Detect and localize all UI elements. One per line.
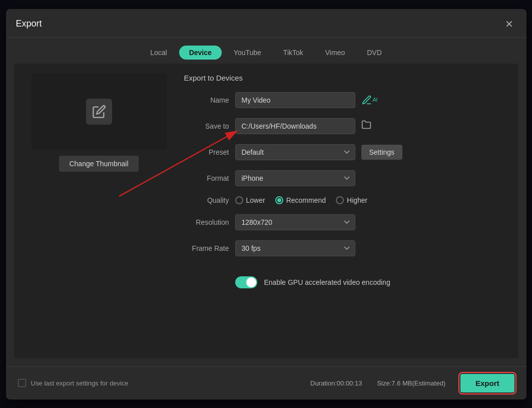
quality-recommend-label: Recommend (286, 196, 326, 204)
ai-button[interactable]: AI (361, 95, 377, 106)
name-input[interactable] (235, 92, 355, 108)
main-content: Change Thumbnail Export to Devices Name … (14, 64, 518, 358)
quality-higher-radio[interactable] (336, 196, 344, 204)
quality-label: Quality (184, 196, 229, 204)
save-to-label: Save to (184, 122, 229, 130)
thumbnail-preview (32, 74, 167, 150)
close-button[interactable]: ✕ (502, 17, 516, 31)
tab-tiktok[interactable]: TikTok (273, 46, 313, 60)
right-panel: Export to Devices Name AI Save t (184, 74, 508, 348)
size-text: Size:7.6 MB(Estimated) (377, 379, 445, 387)
format-label: Format (184, 174, 229, 182)
dialog-header: Export ✕ (6, 9, 526, 38)
tab-device[interactable]: Device (179, 46, 222, 60)
folder-button[interactable] (361, 120, 371, 132)
quality-higher-label: Higher (347, 196, 367, 204)
settings-button[interactable]: Settings (361, 145, 403, 160)
frame-rate-row: Frame Rate 30 fps (184, 240, 508, 256)
export-button[interactable]: Export (460, 374, 514, 392)
name-label: Name (184, 96, 229, 104)
gpu-label: Enable GPU accelerated video encoding (264, 278, 390, 286)
save-to-row: Save to (184, 118, 508, 134)
change-thumbnail-button[interactable]: Change Thumbnail (59, 156, 138, 172)
left-panel: Change Thumbnail (24, 74, 174, 348)
last-settings-label: Use last export settings for device (31, 379, 129, 387)
duration-text: Duration:00:00:13 (310, 379, 362, 387)
dialog-footer: Use last export settings for device Dura… (6, 366, 526, 399)
tab-youtube[interactable]: YouTube (224, 46, 271, 60)
preset-row: Preset Default Settings (184, 144, 508, 160)
tab-local[interactable]: Local (140, 46, 177, 60)
frame-rate-label: Frame Rate (184, 244, 229, 252)
toggle-knob (246, 277, 256, 287)
dialog-title: Export (16, 19, 42, 29)
quality-recommend-option[interactable]: Recommend (275, 196, 326, 204)
resolution-select[interactable]: 1280x720 (235, 214, 355, 230)
frame-rate-select[interactable]: 30 fps (235, 240, 355, 256)
format-select[interactable]: iPhone (235, 170, 355, 186)
resolution-row: Resolution 1280x720 (184, 214, 508, 230)
tab-vimeo[interactable]: Vimeo (315, 46, 355, 60)
quality-row: Quality Lower Recommend Higher (184, 196, 508, 204)
preset-select[interactable]: Default (235, 144, 355, 160)
footer-right: Duration:00:00:13 Size:7.6 MB(Estimated)… (310, 374, 514, 392)
last-settings-checkbox[interactable] (18, 379, 26, 387)
resolution-label: Resolution (184, 218, 229, 226)
quality-recommend-radio[interactable] (275, 196, 283, 204)
tab-dvd[interactable]: DVD (357, 46, 392, 60)
thumbnail-icon (86, 99, 112, 125)
quality-higher-option[interactable]: Higher (336, 196, 367, 204)
tab-bar: Local Device YouTube TikTok Vimeo DVD (6, 38, 526, 64)
quality-lower-option[interactable]: Lower (235, 196, 265, 204)
name-row: Name AI (184, 92, 508, 108)
save-to-input[interactable] (235, 118, 355, 134)
gpu-toggle-row: Enable GPU accelerated video encoding (184, 276, 508, 288)
export-dialog: Export ✕ Local Device YouTube TikTok Vim… (6, 9, 526, 399)
quality-group: Lower Recommend Higher (235, 196, 368, 204)
quality-lower-label: Lower (246, 196, 265, 204)
preset-label: Preset (184, 148, 229, 156)
footer-left: Use last export settings for device (18, 379, 129, 387)
quality-lower-radio[interactable] (235, 196, 243, 204)
gpu-toggle[interactable] (235, 276, 257, 288)
format-row: Format iPhone (184, 170, 508, 186)
section-title: Export to Devices (184, 74, 508, 82)
